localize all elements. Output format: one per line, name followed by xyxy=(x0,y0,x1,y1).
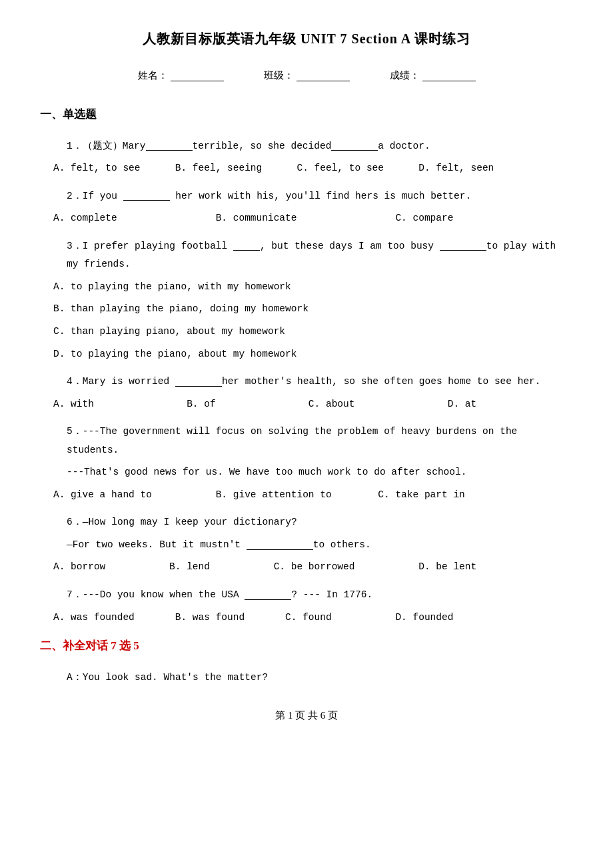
question-2: 2．If you her work with his, you'll find … xyxy=(40,187,573,228)
class-underline xyxy=(297,71,350,81)
class-field: 班级： xyxy=(264,67,350,85)
q7-stem: 7．---Do you know when the USA ? --- In 1… xyxy=(40,586,573,605)
q1-options: A. felt, to see B. feel, seeing C. feel,… xyxy=(40,159,573,178)
question-3: 3．I prefer playing football , but these … xyxy=(40,237,573,363)
score-underline xyxy=(422,71,476,81)
q1-stem: 1．（题文）Maryterrible, so she decideda doct… xyxy=(40,137,573,156)
header-info: 姓名： 班级： 成绩： xyxy=(40,67,573,85)
q5-stem2: ---That's good news for us. We have too … xyxy=(40,463,573,482)
q4-stem: 4．Mary is worried her mother's health, s… xyxy=(40,373,573,391)
q4-options: A. with B. of C. about D. at xyxy=(40,395,573,414)
q1-blank1 xyxy=(146,141,193,151)
q1-blank2 xyxy=(331,141,378,151)
q3-option-a: A. to playing the piano, with my homewor… xyxy=(40,278,573,297)
page-footer: 第 1 页 共 6 页 xyxy=(40,707,573,725)
name-underline xyxy=(171,71,224,81)
question-4: 4．Mary is worried her mother's health, s… xyxy=(40,373,573,413)
q6-options: A. borrow B. lend C. be borrowed D. be l… xyxy=(40,558,573,577)
dialogue-line-1: A：You look sad. What's the matter? xyxy=(40,669,573,687)
score-field: 成绩： xyxy=(390,67,476,85)
q5-options: A. give a hand to B. give attention to C… xyxy=(40,486,573,505)
q6-stem1: 6．—How long may I keep your dictionary? xyxy=(40,513,573,532)
q3-blank2 xyxy=(440,241,486,251)
q2-options: A. complete B. communicate C. compare xyxy=(40,209,573,228)
q3-option-c: C. than playing piano, about my homework xyxy=(40,323,573,341)
q7-options: A. was founded B. was found C. found D. … xyxy=(40,609,573,627)
q2-blank xyxy=(123,191,170,201)
q3-blank1 xyxy=(233,241,260,251)
question-5: 5．---The government will focus on solvin… xyxy=(40,423,573,504)
section2-title: 二、补全对话 7 选 5 xyxy=(40,636,573,657)
section1-title: 一、单选题 xyxy=(40,105,573,125)
q6-stem2: —For two weeks. But it mustn't to others… xyxy=(40,536,573,555)
question-1: 1．（题文）Maryterrible, so she decideda doct… xyxy=(40,137,573,178)
q6-blank xyxy=(247,540,313,550)
question-6: 6．—How long may I keep your dictionary? … xyxy=(40,513,573,577)
q7-blank xyxy=(245,590,291,600)
name-field: 姓名： xyxy=(138,67,224,85)
q3-option-b: B. than playing the piano, doing my home… xyxy=(40,300,573,319)
page-title: 人教新目标版英语九年级 UNIT 7 Section A 课时练习 xyxy=(40,27,573,51)
q5-stem1: 5．---The government will focus on solvin… xyxy=(40,423,573,459)
q2-stem: 2．If you her work with his, you'll find … xyxy=(40,187,573,206)
q3-stem: 3．I prefer playing football , but these … xyxy=(40,237,573,274)
q4-blank xyxy=(175,377,222,387)
question-7: 7．---Do you know when the USA ? --- In 1… xyxy=(40,586,573,627)
q3-option-d: D. to playing the piano, about my homewo… xyxy=(40,345,573,364)
